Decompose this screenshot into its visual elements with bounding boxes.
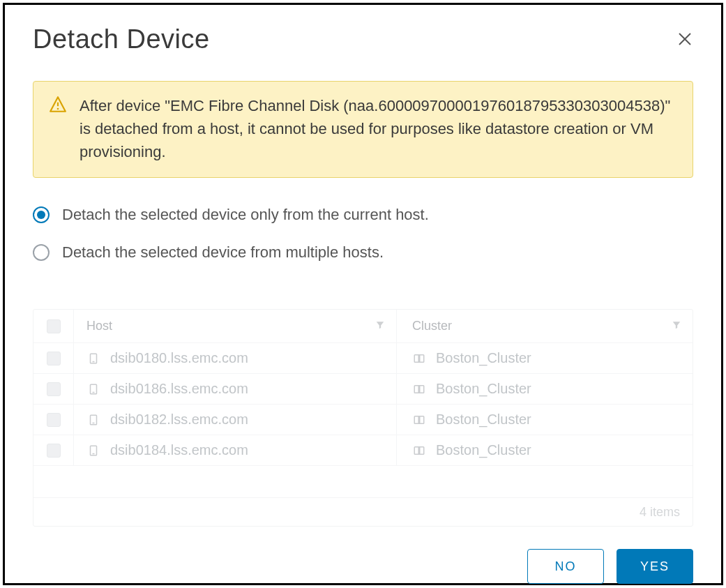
row-checkbox[interactable] (33, 405, 74, 435)
radio-label: Detach the selected device only from the… (62, 206, 429, 224)
svg-rect-6 (414, 354, 420, 362)
cluster-icon (412, 444, 426, 458)
cluster-icon (412, 352, 426, 365)
warning-icon (49, 96, 67, 114)
filter-icon[interactable] (375, 320, 385, 333)
yes-button[interactable]: YES (617, 549, 693, 584)
close-button[interactable] (676, 24, 693, 51)
svg-point-3 (57, 108, 59, 110)
column-header-host[interactable]: Host (74, 310, 397, 342)
table-row[interactable]: dsib0182.lss.emc.com Boston_Cluster (33, 405, 693, 435)
dialog-title: Detach Device (33, 24, 210, 54)
cluster-name: Boston_Cluster (436, 442, 531, 458)
cluster-name: Boston_Cluster (436, 381, 531, 397)
radio-button-icon (33, 206, 50, 223)
svg-rect-16 (91, 446, 97, 455)
host-name: dsib0186.lss.emc.com (110, 381, 248, 397)
host-icon (86, 444, 100, 458)
table-row[interactable]: dsib0186.lss.emc.com Boston_Cluster (33, 374, 693, 405)
host-name: dsib0180.lss.emc.com (110, 350, 248, 366)
svg-rect-10 (414, 385, 420, 393)
table-header-row: Host Cluster (33, 310, 693, 343)
svg-rect-19 (418, 446, 424, 454)
radio-button-icon (33, 244, 50, 261)
detach-scope-radio-group: Detach the selected device only from the… (33, 206, 693, 281)
svg-rect-15 (418, 416, 424, 423)
svg-rect-4 (91, 354, 97, 363)
column-header-cluster[interactable]: Cluster (397, 310, 693, 342)
svg-rect-18 (414, 446, 420, 454)
svg-rect-11 (418, 385, 424, 393)
host-icon (86, 352, 100, 365)
svg-rect-7 (418, 354, 424, 362)
table-footer: 4 items (33, 498, 693, 526)
warning-banner: After device "EMC Fibre Channel Disk (na… (33, 81, 693, 178)
no-button[interactable]: NO (527, 549, 604, 584)
filter-icon[interactable] (672, 320, 681, 333)
cluster-icon (412, 382, 426, 396)
host-icon (86, 413, 100, 427)
radio-multiple-hosts[interactable]: Detach the selected device from multiple… (33, 243, 693, 262)
row-checkbox[interactable] (33, 343, 74, 373)
host-name: dsib0184.lss.emc.com (110, 442, 248, 458)
detach-device-dialog: Detach Device After device "EMC Fibre Ch… (3, 3, 723, 585)
cluster-name: Boston_Cluster (436, 412, 531, 428)
host-name: dsib0182.lss.emc.com (110, 412, 248, 428)
table-empty-row (33, 466, 693, 498)
svg-rect-12 (91, 415, 97, 425)
warning-text: After device "EMC Fibre Channel Disk (na… (80, 94, 677, 163)
table-row[interactable]: dsib0180.lss.emc.com Boston_Cluster (33, 343, 693, 374)
item-count: 4 items (640, 505, 680, 520)
radio-current-host[interactable]: Detach the selected device only from the… (33, 206, 693, 224)
select-all-checkbox[interactable] (33, 310, 74, 342)
radio-label: Detach the selected device from multiple… (62, 243, 384, 262)
dialog-actions: NO YES (33, 534, 693, 584)
cluster-name: Boston_Cluster (436, 350, 531, 366)
row-checkbox[interactable] (33, 435, 74, 465)
hosts-table: Host Cluster dsib0180.lss.emc.com Boston (33, 309, 693, 527)
svg-rect-14 (414, 416, 420, 423)
cluster-icon (412, 413, 426, 427)
row-checkbox[interactable] (33, 374, 74, 404)
svg-rect-8 (91, 384, 97, 394)
host-icon (86, 382, 100, 396)
close-icon (676, 31, 693, 47)
dialog-header: Detach Device (33, 24, 693, 54)
table-row[interactable]: dsib0184.lss.emc.com Boston_Cluster (33, 435, 693, 466)
